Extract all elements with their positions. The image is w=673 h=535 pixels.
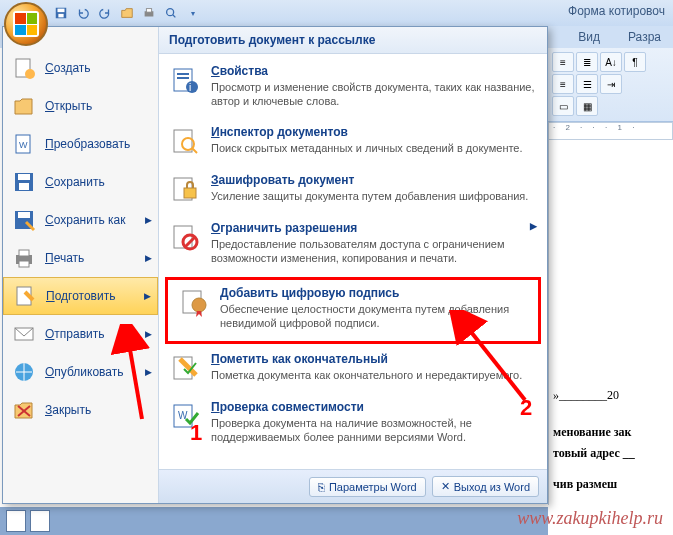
submenu-item-sign[interactable]: Добавить цифровую подписьОбеспечение цел…	[165, 277, 541, 344]
restrict-icon	[169, 221, 201, 253]
menu-item-label: Печать	[45, 251, 84, 265]
sort-icon[interactable]: A↓	[600, 52, 622, 72]
svg-point-5	[167, 9, 174, 16]
svg-line-6	[173, 15, 176, 18]
convert-icon: W	[11, 131, 37, 157]
menu-item-convert[interactable]: WПреобразовать	[3, 125, 158, 163]
submenu-item-compat[interactable]: WПроверка совместимостиПроверка документ…	[159, 394, 547, 455]
svg-line-31	[192, 148, 197, 153]
submenu-list: iСвойстваПросмотр и изменение свойств до…	[159, 54, 547, 469]
qat-open-icon[interactable]	[118, 4, 136, 22]
svg-rect-13	[19, 183, 29, 190]
svg-point-38	[192, 298, 206, 312]
qat-dropdown-icon[interactable]: ▾	[184, 4, 202, 22]
align-left-icon[interactable]: ≡	[552, 74, 574, 94]
exit-word-button[interactable]: ✕ Выход из Word	[432, 476, 539, 497]
open-icon	[11, 93, 37, 119]
svg-rect-15	[18, 212, 30, 218]
border-icon[interactable]: ▦	[576, 96, 598, 116]
menu-item-label: Сохранить как	[45, 213, 125, 227]
qat-save-icon[interactable]	[52, 4, 70, 22]
submenu-item-restrict[interactable]: Ограничить разрешения ▶Предоставление по…	[159, 215, 547, 276]
submenu-desc: Просмотр и изменение свойств документа, …	[211, 80, 537, 109]
svg-text:i: i	[189, 82, 191, 93]
submenu-item-final[interactable]: Пометить как окончательныйПометка докуме…	[159, 346, 547, 394]
office-menu-left: СоздатьОткрытьWПреобразоватьСохранитьСох…	[3, 27, 159, 503]
page-thumb[interactable]	[30, 510, 50, 532]
submenu-title: Зашифровать документ	[211, 173, 537, 187]
encrypt-icon	[169, 173, 201, 205]
submenu-desc: Поиск скрытых метаданных и личных сведен…	[211, 141, 537, 155]
qat-preview-icon[interactable]	[162, 4, 180, 22]
qat-redo-icon[interactable]	[96, 4, 114, 22]
submenu-title: Проверка совместимости	[211, 400, 537, 414]
office-menu-right: Подготовить документ к рассылке iСвойств…	[159, 27, 547, 503]
svg-rect-1	[58, 9, 65, 13]
word-options-label: Параметры Word	[329, 481, 417, 493]
saveas-icon	[11, 207, 37, 233]
pilcrow-icon[interactable]: ¶	[624, 52, 646, 72]
page-thumb[interactable]	[6, 510, 26, 532]
menu-item-label: Опубликовать	[45, 365, 123, 379]
chevron-right-icon: ▶	[145, 215, 152, 225]
tab-view[interactable]: Вид	[572, 28, 606, 46]
inspect-icon	[169, 125, 201, 157]
word-options-button[interactable]: ⎘ Параметры Word	[309, 477, 426, 497]
title-bar: ▾ Форма котировоч	[0, 0, 673, 26]
send-icon	[11, 321, 37, 347]
tab-developer[interactable]: Разра	[622, 28, 667, 46]
svg-point-27	[186, 81, 198, 93]
menu-item-close[interactable]: Закрыть	[3, 391, 158, 429]
options-icon: ⎘	[318, 481, 325, 493]
qat-quickprint-icon[interactable]	[140, 4, 158, 22]
list-bullet-icon[interactable]: ≡	[552, 52, 574, 72]
print-icon	[11, 245, 37, 271]
close-icon	[11, 397, 37, 423]
menu-item-open[interactable]: Открыть	[3, 87, 158, 125]
svg-point-8	[25, 69, 35, 79]
menu-item-prepare[interactable]: Подготовить▶	[3, 277, 158, 315]
save-icon	[11, 169, 37, 195]
submenu-desc: Пометка документа как окончательного и н…	[211, 368, 537, 382]
doc-text: чив размеш	[553, 477, 669, 492]
office-menu-footer: ⎘ Параметры Word ✕ Выход из Word	[159, 469, 547, 503]
menu-item-label: Подготовить	[46, 289, 115, 303]
indent-icon[interactable]: ⇥	[600, 74, 622, 94]
submenu-item-props[interactable]: iСвойстваПросмотр и изменение свойств до…	[159, 58, 547, 119]
props-icon: i	[169, 64, 201, 96]
menu-item-saveas[interactable]: Сохранить как▶	[3, 201, 158, 239]
doc-text: менование зак	[553, 425, 669, 440]
submenu-item-inspect[interactable]: Инспектор документовПоиск скрытых метада…	[159, 119, 547, 167]
final-icon	[169, 352, 201, 384]
status-bar-thumbs	[0, 507, 548, 535]
submenu-desc: Предоставление пользователям доступа с о…	[211, 237, 537, 266]
menu-item-label: Сохранить	[45, 175, 105, 189]
submenu-item-encrypt[interactable]: Зашифровать документУсиление защиты доку…	[159, 167, 547, 215]
menu-item-save[interactable]: Сохранить	[3, 163, 158, 201]
watermark: www.zakupkihelp.ru	[517, 508, 663, 529]
chevron-right-icon: ▶	[145, 329, 152, 339]
svg-text:W: W	[19, 140, 28, 150]
chevron-right-icon: ▶	[145, 253, 152, 263]
shading-icon[interactable]: ▭	[552, 96, 574, 116]
svg-rect-12	[18, 174, 30, 180]
menu-item-label: Преобразовать	[45, 137, 130, 151]
document-body[interactable]: »________20 менование зак товый адрес __…	[548, 140, 673, 505]
menu-item-print[interactable]: Печать▶	[3, 239, 158, 277]
submenu-title: Ограничить разрешения ▶	[211, 221, 537, 235]
svg-rect-18	[19, 261, 29, 267]
submenu-header: Подготовить документ к рассылке	[159, 27, 547, 54]
menu-item-publish[interactable]: Опубликовать▶	[3, 353, 158, 391]
menu-item-new[interactable]: Создать	[3, 49, 158, 87]
list-number-icon[interactable]: ≣	[576, 52, 598, 72]
horizontal-ruler[interactable]: · 2 · · · 1 ·	[548, 122, 673, 140]
submenu-desc: Усиление защиты документа путем добавлен…	[211, 189, 537, 203]
office-button[interactable]	[4, 2, 48, 46]
svg-rect-26	[177, 77, 189, 79]
submenu-desc: Проверка документа на наличие возможност…	[211, 416, 537, 445]
qat-undo-icon[interactable]	[74, 4, 92, 22]
compat-icon: W	[169, 400, 201, 432]
align-center-icon[interactable]: ☰	[576, 74, 598, 94]
menu-item-send[interactable]: Отправить▶	[3, 315, 158, 353]
submenu-title: Пометить как окончательный	[211, 352, 537, 366]
